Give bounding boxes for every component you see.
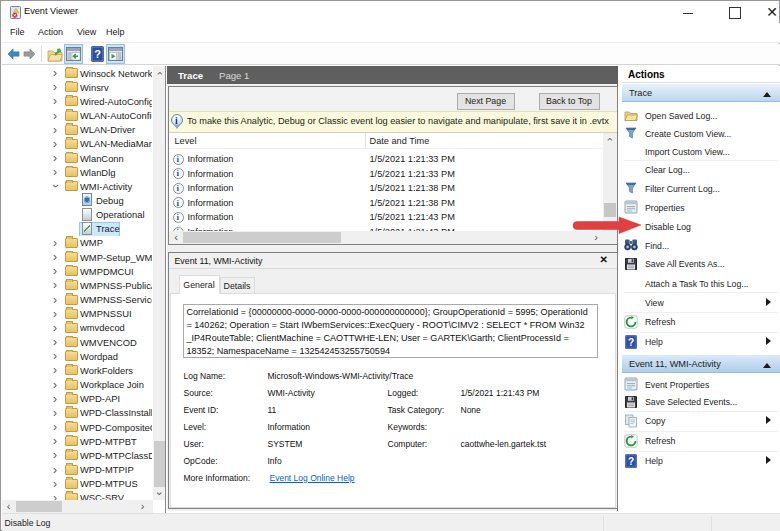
svg-text:?: ? [628,455,634,466]
svg-text:?: ? [94,48,101,60]
svg-text:?: ? [628,336,634,347]
